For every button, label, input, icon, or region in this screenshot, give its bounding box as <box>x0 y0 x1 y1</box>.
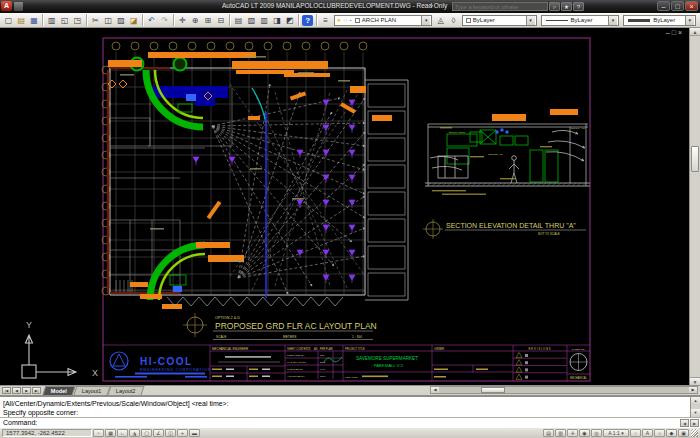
help-question-icon[interactable]: ? <box>302 15 313 26</box>
section-title-group: SECTION ELEVATION DETAIL THRU "A" NOT TO… <box>423 219 586 239</box>
color-combo[interactable]: ByLayer ▾ <box>462 15 537 26</box>
command-scrollbar[interactable]: ▲ ▼ <box>690 397 700 417</box>
tool-palettes-icon[interactable]: ▥ <box>259 15 270 26</box>
open-icon[interactable]: ▤ <box>16 15 27 26</box>
plot-preview-icon[interactable]: ◱ <box>59 15 70 26</box>
sheet-no-label: SHEET NO. <box>572 348 586 351</box>
copy-icon[interactable]: ◫ <box>103 15 114 26</box>
drawing-canvas[interactable]: OPTION 2 & D PROPOSED GRD FLR AC LAYOUT … <box>0 28 688 385</box>
signoff-label-3: APPROVED BY <box>287 375 305 378</box>
app-menu-icon[interactable]: A <box>1 1 12 11</box>
dyn-toggle[interactable]: + <box>177 429 188 437</box>
hscroll-left-icon[interactable]: ◀ <box>431 387 439 393</box>
linetype-combo-arrow-icon[interactable]: ▾ <box>608 16 617 25</box>
autoscale-icon[interactable]: A <box>642 429 653 437</box>
toolbar-lock-icon[interactable]: ◆ <box>666 429 677 437</box>
match-properties-icon[interactable]: ◪ <box>128 15 139 26</box>
layer-on-bulb-icon[interactable]: ● <box>337 17 341 23</box>
next-tab-icon[interactable]: ▶ <box>22 387 31 394</box>
undo-icon[interactable]: ↶ <box>146 15 157 26</box>
layer-properties-icon[interactable]: ≡ <box>320 15 331 26</box>
favorites-star-icon[interactable]: ★ <box>561 2 572 11</box>
title-block: HI-COOL ENGINEERING CORPORATION MECHANIC… <box>103 345 590 381</box>
layer-lock-icon[interactable]: ▪ <box>350 17 352 23</box>
snap-toggle[interactable]: ▫ <box>93 429 104 437</box>
zoom-previous-icon[interactable]: ⊟ <box>215 15 226 26</box>
resize-grip[interactable] <box>691 429 698 437</box>
cmd-left-icon[interactable]: ◀ <box>680 419 689 427</box>
command-history[interactable]: [All/Center/Dynamic/Extents/Previous/Sca… <box>0 395 700 417</box>
publish-icon[interactable]: ◳ <box>72 15 83 26</box>
cmd-right-icon[interactable]: ▶ <box>690 419 699 427</box>
lineweight-combo-arrow-icon[interactable]: ▾ <box>685 16 694 25</box>
redo-icon[interactable]: ↷ <box>159 15 170 26</box>
layer-combo[interactable]: ● ☼ ▪ ARCH PLAN ▾ <box>334 15 432 26</box>
linetype-combo[interactable]: ByLayer ▾ <box>541 15 620 26</box>
current-linetype: ByLayer <box>571 17 593 23</box>
ortho-toggle[interactable]: ∟ <box>117 429 128 437</box>
lwt-toggle[interactable]: ▬ <box>189 429 200 437</box>
polar-toggle[interactable]: ◮ <box>129 429 140 437</box>
save-icon[interactable]: ▦ <box>29 15 40 26</box>
minimize-button[interactable]: – <box>657 1 670 11</box>
clean-screen-icon[interactable]: ▣ <box>678 429 689 437</box>
model-space-canvas[interactable]: OPTION 2 & D PROPOSED GRD FLR AC LAYOUT … <box>0 28 700 385</box>
color-swatch <box>466 18 471 23</box>
zoom-realtime-icon[interactable]: ⊕ <box>190 15 201 26</box>
markup-icon[interactable]: ◩ <box>284 15 295 26</box>
zoom-status-icon[interactable]: ◉ <box>579 429 590 437</box>
zoom-window-icon[interactable]: ⊞ <box>203 15 214 26</box>
layer-previous-icon[interactable]: ◊ <box>448 15 459 26</box>
tab-layout1[interactable]: Layout1 <box>73 386 110 395</box>
annotation-scale-button[interactable]: A 1:1 ▾ <box>603 429 629 437</box>
hscroll-right-icon[interactable]: ▶ <box>689 387 697 393</box>
scroll-up-icon[interactable]: ▲ <box>690 28 700 36</box>
hicool-logo: HI-COOL ENGINEERING CORPORATION <box>110 352 211 378</box>
command-input-line[interactable]: Command: ◀▶ <box>0 417 700 428</box>
ducs-toggle[interactable]: ◫ <box>165 429 176 437</box>
layer-combo-arrow-icon[interactable]: ▾ <box>421 16 430 25</box>
help-icon[interactable]: ? <box>573 2 584 11</box>
layer-freeze-sun-icon[interactable]: ☼ <box>343 17 349 23</box>
model-space-button[interactable]: ▤ <box>543 429 554 437</box>
cmd-scroll-down-icon[interactable]: ▼ <box>691 409 700 417</box>
scroll-down-icon[interactable]: ▼ <box>690 377 700 385</box>
cut-icon[interactable]: ✂ <box>90 15 101 26</box>
pan-icon[interactable]: ✛ <box>177 15 188 26</box>
color-combo-arrow-icon[interactable]: ▾ <box>526 16 535 25</box>
tab-layout2[interactable]: Layout2 <box>108 386 145 395</box>
layout-space-button[interactable]: ▥ <box>555 429 566 437</box>
horizontal-scrollbar[interactable]: ◀ ▶ <box>430 386 698 394</box>
vscroll-thumb[interactable] <box>691 146 699 172</box>
search-icon[interactable]: ⌕ <box>549 2 560 11</box>
signoff-label-0: PREPARED BY <box>287 354 305 357</box>
osnap-toggle[interactable]: ▢ <box>141 429 152 437</box>
annotation-visibility-icon[interactable]: ○ <box>630 429 641 437</box>
prev-tab-icon[interactable]: ◀ <box>12 387 21 394</box>
cmd-scroll-up-icon[interactable]: ▲ <box>691 397 700 405</box>
close-button[interactable]: × <box>685 1 698 11</box>
last-tab-icon[interactable]: ▶| <box>32 387 41 394</box>
plan-scale-value: 1 : 300 <box>352 335 362 339</box>
maximize-button[interactable]: □ <box>671 1 684 11</box>
lineweight-combo[interactable]: ByLayer ▾ <box>623 15 696 26</box>
new-icon[interactable]: ▢ <box>3 15 14 26</box>
plan-title-group: OPTION 2 & D PROPOSED GRD FLR AC LAYOUT … <box>183 313 377 340</box>
grid-toggle[interactable]: ▦ <box>105 429 116 437</box>
search-input[interactable] <box>452 2 548 11</box>
quickview-pan-icon[interactable]: ✛ <box>567 429 578 437</box>
child-close-button[interactable]: × <box>678 29 684 36</box>
make-layer-current-icon[interactable]: ◬ <box>435 15 446 26</box>
properties-icon[interactable]: ▤ <box>233 15 244 26</box>
designcenter-icon[interactable]: ▧ <box>246 15 257 26</box>
paste-icon[interactable]: ▨ <box>116 15 127 26</box>
plot-icon[interactable]: ▥ <box>46 15 57 26</box>
vertical-scrollbar[interactable]: ▲ ▼ <box>689 28 700 385</box>
workspace-gear-icon[interactable]: ☼ <box>654 429 665 437</box>
hscroll-thumb[interactable] <box>481 387 505 393</box>
sheet-set-icon[interactable]: ◨ <box>272 15 283 26</box>
first-tab-icon[interactable]: |◀ <box>2 387 11 394</box>
tab-model[interactable]: Model <box>43 386 76 395</box>
otrack-toggle[interactable]: ∠ <box>153 429 164 437</box>
steeringwheel-icon[interactable]: ◎ <box>591 429 602 437</box>
